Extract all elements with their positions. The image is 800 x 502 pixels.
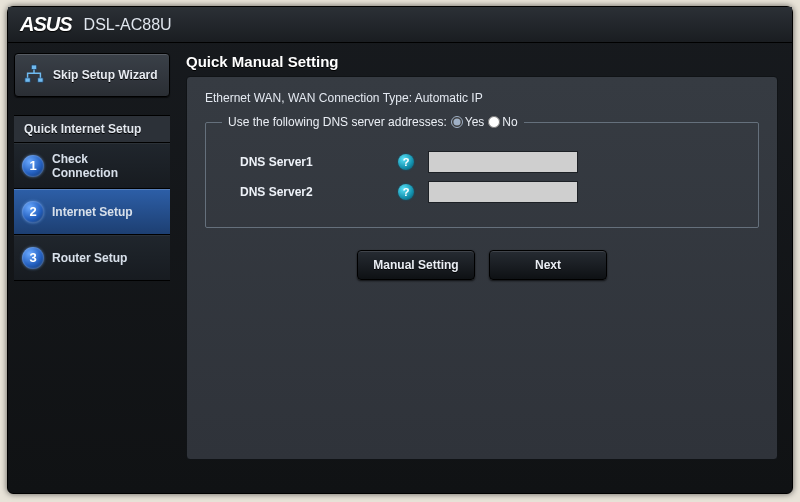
dns-yes-label: Yes xyxy=(465,115,485,129)
help-icon[interactable]: ? xyxy=(398,154,414,170)
dns-server1-input[interactable] xyxy=(428,151,578,173)
dns-no-radio[interactable] xyxy=(488,116,500,128)
wan-subtitle: Ethernet WAN, WAN Connection Type: Autom… xyxy=(205,91,759,105)
topbar: ASUS DSL-AC88U xyxy=(8,7,792,43)
dns-legend-text: Use the following DNS server addresses: xyxy=(228,115,447,129)
body: Skip Setup Wizard Quick Internet Setup 1… xyxy=(8,43,792,487)
dns-server2-row: DNS Server2 ? xyxy=(222,181,742,203)
svg-rect-1 xyxy=(25,78,31,83)
step-label: Internet Setup xyxy=(52,205,133,219)
dns-no-option[interactable]: No xyxy=(488,115,517,129)
dns-server1-row: DNS Server1 ? xyxy=(222,151,742,173)
step-badge: 1 xyxy=(22,155,44,177)
svg-rect-0 xyxy=(31,65,37,70)
help-icon[interactable]: ? xyxy=(398,184,414,200)
step-badge: 2 xyxy=(22,201,44,223)
svg-rect-2 xyxy=(38,78,43,83)
dns-yes-radio[interactable] xyxy=(451,116,463,128)
step-check-connection[interactable]: 1 Check Connection xyxy=(14,143,170,189)
dns-no-label: No xyxy=(502,115,517,129)
settings-card: Ethernet WAN, WAN Connection Type: Autom… xyxy=(186,76,778,460)
dns-fieldset: Use the following DNS server addresses: … xyxy=(205,115,759,228)
step-badge: 3 xyxy=(22,247,44,269)
sidebar: Skip Setup Wizard Quick Internet Setup 1… xyxy=(8,43,176,487)
dns-server2-input[interactable] xyxy=(428,181,578,203)
model-name: DSL-AC88U xyxy=(84,16,172,34)
dns-legend: Use the following DNS server addresses: … xyxy=(222,115,524,129)
step-internet-setup[interactable]: 2 Internet Setup xyxy=(14,189,170,235)
wizard-steps: 1 Check Connection 2 Internet Setup 3 Ro… xyxy=(14,143,170,281)
action-buttons: Manual Setting Next xyxy=(205,250,759,280)
dns-server2-label: DNS Server2 xyxy=(240,185,390,199)
brand-logo: ASUS xyxy=(20,13,72,36)
network-icon xyxy=(23,64,45,86)
page-title: Quick Manual Setting xyxy=(186,53,778,70)
main: Quick Manual Setting Ethernet WAN, WAN C… xyxy=(176,43,792,487)
skip-setup-wizard-label: Skip Setup Wizard xyxy=(53,68,158,82)
app-window: ASUS DSL-AC88U Skip Setup Wizard Quick I… xyxy=(7,6,793,494)
step-router-setup[interactable]: 3 Router Setup xyxy=(14,235,170,281)
dns-server1-label: DNS Server1 xyxy=(240,155,390,169)
manual-setting-button[interactable]: Manual Setting xyxy=(357,250,475,280)
sidebar-panel-title: Quick Internet Setup xyxy=(14,115,170,143)
dns-yes-option[interactable]: Yes xyxy=(451,115,485,129)
skip-setup-wizard-button[interactable]: Skip Setup Wizard xyxy=(14,53,170,97)
step-label: Router Setup xyxy=(52,251,127,265)
next-button[interactable]: Next xyxy=(489,250,607,280)
step-label: Check Connection xyxy=(52,152,118,180)
